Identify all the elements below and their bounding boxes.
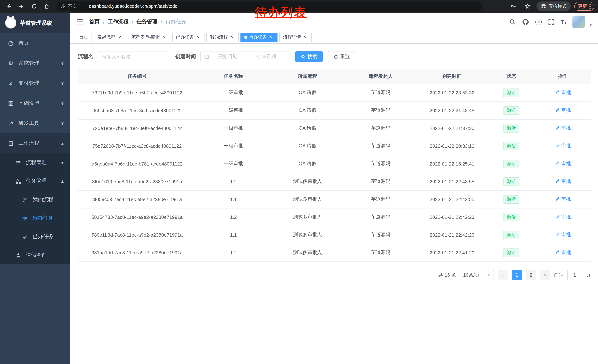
- breadcrumb-task-mgmt[interactable]: 任务管理: [137, 18, 158, 25]
- list-icon: [14, 160, 22, 165]
- browser-menu-icon[interactable]: [590, 4, 590, 9]
- github-icon[interactable]: [522, 18, 530, 25]
- tab-待办任务[interactable]: 待办任务×: [241, 32, 277, 42]
- sidebar-item-system[interactable]: ⚙ 系统管理 ▾: [0, 53, 70, 73]
- edit-icon: [555, 108, 560, 113]
- tab-close-icon[interactable]: ×: [162, 35, 167, 40]
- password-key-icon[interactable]: [508, 1, 519, 11]
- table-row: 8f059c03-7ac8-11ec-a9e2-a2380e71991a1.1测…: [78, 190, 590, 208]
- sidebar-item-payment[interactable]: ¥ 支付管理 ▾: [0, 73, 70, 93]
- breadcrumb-current: 待办任务: [166, 18, 186, 25]
- process-name-label: 流程名: [78, 53, 93, 60]
- breadcrumb-workflow[interactable]: 工作流程: [108, 18, 129, 25]
- approve-link[interactable]: 审批: [555, 125, 571, 131]
- cell-task-id: 381aa1dd-7ac8-11ec-a9e2-a2380e71991a: [78, 244, 196, 261]
- next-page-button[interactable]: ›: [540, 270, 550, 280]
- sidebar-item-my-process[interactable]: 我的流程: [0, 190, 70, 209]
- approve-link[interactable]: 审批: [555, 196, 571, 202]
- approve-link[interactable]: 审批: [555, 249, 571, 256]
- status-badge: 激活: [503, 88, 519, 97]
- back-icon[interactable]: [4, 1, 14, 11]
- cell-task-name: 一级审批: [196, 101, 270, 119]
- page-button-2[interactable]: 2: [526, 270, 536, 280]
- tab-流程详情[interactable]: 流程详情×: [279, 32, 312, 42]
- search-button[interactable]: 搜索: [295, 51, 323, 62]
- app-logo-row[interactable]: 芋道管理系统: [0, 13, 70, 33]
- cell-task-name: 1.2: [196, 173, 270, 190]
- sidebar-item-workflow[interactable]: 工作流程 ▴: [0, 133, 70, 153]
- col-status: 状态: [487, 69, 535, 84]
- person-icon: [14, 252, 22, 258]
- sidebar-item-done-task[interactable]: 已办任务: [0, 227, 70, 246]
- tab-流程表单-编辑[interactable]: 流程表单-编辑×: [128, 32, 170, 42]
- edit-icon: [555, 215, 560, 219]
- goto-page-input[interactable]: [567, 270, 582, 280]
- date-range-picker[interactable]: 开始日期 - 结束日期: [200, 51, 286, 62]
- edit-icon: [555, 179, 560, 184]
- refresh-icon[interactable]: [29, 1, 39, 11]
- table-header-row: 任务编号 任务名称 所属流程 流程发起人 创建时间 状态 操作: [78, 69, 590, 84]
- site-security[interactable]: 不安全: [61, 3, 81, 9]
- sidebar-item-devtools[interactable]: 研发工具 ▾: [0, 113, 70, 133]
- search-icon[interactable]: [509, 18, 516, 25]
- app-logo: [5, 17, 16, 29]
- approve-link-label: 审批: [561, 125, 571, 131]
- sidebar-collapse-icon[interactable]: [76, 18, 84, 26]
- prev-page-button[interactable]: ‹: [498, 270, 508, 280]
- approve-link[interactable]: 审批: [555, 160, 571, 167]
- process-name-input[interactable]: [98, 51, 166, 62]
- bookmark-star-icon[interactable]: [523, 1, 533, 11]
- sidebar-item-todo-task[interactable]: 待办任务: [0, 209, 70, 227]
- approve-link[interactable]: 审批: [555, 143, 571, 149]
- avatar-caret-icon[interactable]: ▼: [589, 23, 592, 28]
- url-text[interactable]: dashboard.yudao.iocoder.cn/bpm/task/todo: [89, 4, 177, 9]
- sidebar-item-process-mgmt[interactable]: 流程管理 ▾: [0, 153, 70, 172]
- page-button-1[interactable]: 1: [512, 270, 522, 280]
- sidebar-item-infrastructure[interactable]: 基础设施 ▾: [0, 93, 70, 113]
- tab-close-icon[interactable]: ×: [230, 35, 235, 40]
- approve-link[interactable]: 审批: [555, 214, 571, 220]
- approve-link-label: 审批: [561, 89, 571, 96]
- font-size-icon[interactable]: TT: [561, 19, 567, 25]
- tab-close-icon[interactable]: ×: [117, 35, 122, 40]
- breadcrumb-home[interactable]: 首页: [89, 18, 100, 25]
- approve-link[interactable]: 审批: [555, 231, 571, 238]
- sidebar-item-task-mgmt[interactable]: 任务管理 ▴: [0, 172, 70, 190]
- home-icon[interactable]: [42, 1, 52, 11]
- tab-首页[interactable]: 首页: [75, 32, 92, 42]
- avatar[interactable]: [573, 16, 585, 28]
- cell-process: OA 请假: [270, 119, 345, 137]
- fullscreen-icon[interactable]: [548, 18, 555, 25]
- approve-link[interactable]: 审批: [555, 107, 571, 114]
- cell-task-id: 725a1eb6-7b88-11ec-8ef0-acde48001122: [78, 119, 196, 137]
- tab-label: 流程详情: [283, 34, 301, 40]
- chevron-up-icon: ▴: [61, 140, 64, 146]
- tab-我的流程[interactable]: 我的流程×: [206, 32, 239, 42]
- sidebar-item-home[interactable]: 首页: [0, 33, 70, 53]
- approve-link[interactable]: 审批: [555, 89, 571, 96]
- forward-icon[interactable]: [16, 1, 27, 11]
- tab-close-icon[interactable]: ×: [303, 35, 308, 40]
- tab-close-icon[interactable]: ×: [196, 35, 201, 40]
- create-time-label: 创建时间: [175, 53, 196, 60]
- end-date-placeholder: 结束日期: [250, 53, 283, 60]
- help-icon[interactable]: ?: [535, 19, 542, 25]
- tab-发起流程[interactable]: 发起流程×: [94, 32, 126, 42]
- approve-link-label: 审批: [561, 249, 571, 256]
- grid-icon: [7, 101, 15, 106]
- chevron-up-icon: ▴: [61, 178, 64, 184]
- tab-close-icon[interactable]: ×: [269, 35, 274, 40]
- table-row: 75d72608-7b7f-11ec-a3c8-acde48001122一级审批…: [78, 137, 590, 155]
- page-size-select[interactable]: 10条/页 ▼: [460, 270, 494, 280]
- cell-created: 2022-01-22 23:53:32: [417, 84, 487, 101]
- cell-initiator: 芋道源码: [345, 208, 417, 226]
- edit-icon: [555, 232, 560, 237]
- col-process: 所属流程: [270, 69, 345, 84]
- browser-update-button[interactable]: 更新: [574, 2, 594, 11]
- sidebar-item-leave-query[interactable]: 请假查询: [0, 246, 70, 264]
- tab-已办任务[interactable]: 已办任务×: [172, 32, 205, 42]
- cell-task-name: 1.2: [196, 208, 270, 226]
- reset-button[interactable]: 重置: [328, 51, 355, 62]
- approve-link[interactable]: 审批: [555, 178, 571, 185]
- table-row: 58154733-7ac8-11ec-a9e2-a2380e71991a1.2测…: [78, 208, 590, 226]
